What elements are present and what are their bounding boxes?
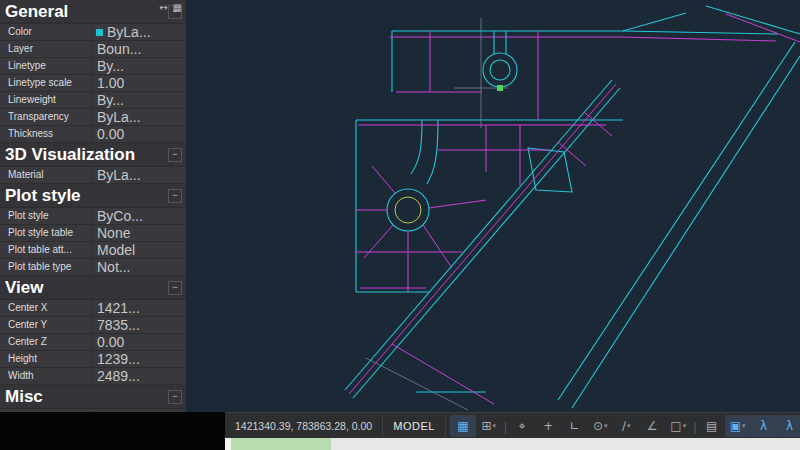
property-row-color[interactable]: ColorByLa... [0,24,186,41]
property-row-plot-style-table[interactable]: Plot style tableNone [0,225,186,242]
property-value[interactable]: 0.00 [93,126,124,142]
palette-section-header-3d-visualization[interactable]: 3D Visualization− [0,143,186,167]
property-row-thickness[interactable]: Thickness0.00 [0,126,186,143]
property-row-center-z[interactable]: Center Z0.00 [0,334,186,351]
property-row-linetype[interactable]: LinetypeBy... [0,58,186,75]
property-label: Height [0,351,92,367]
property-value-cell: 1239... [92,351,186,367]
property-value-cell: Model [92,242,186,258]
dropdown-caret-icon[interactable]: ▾ [493,422,497,430]
ortho-mode-toggle[interactable]: ∟ [561,415,587,437]
palette-dock-icon[interactable]: ↔ [159,3,167,13]
model-space-button[interactable]: MODEL [382,415,446,437]
infer-constraints-icon: ⌖ [519,419,526,433]
property-row-center-x[interactable]: Center X1421... [0,300,186,317]
annotation-visibility-icon: λ [760,419,767,433]
property-value[interactable]: ByLa... [103,24,151,40]
selection-cycling-toggle[interactable]: ▣▾ [725,415,751,437]
palette-section-title: Misc [0,385,168,408]
property-label: Center Z [0,334,92,350]
collapse-icon[interactable]: − [168,390,182,404]
statusbar-separator: | [504,419,507,434]
property-row-center-y[interactable]: Center Y7835... [0,317,186,334]
sliver-green [231,438,331,450]
property-value-cell: Not... [92,259,186,275]
palette-section-header-general[interactable]: General− [0,0,186,24]
palette-section-header-view[interactable]: View− [0,276,186,300]
property-label: Lineweight [0,92,92,108]
property-value-cell: 0.00 [92,126,186,142]
lineweight-display-toggle[interactable]: ▤ [699,415,725,437]
property-row-plot-style[interactable]: Plot styleByCo... [0,208,186,225]
dropdown-caret-icon[interactable]: ▾ [627,422,631,430]
property-row-plot-table-type[interactable]: Plot table typeNot... [0,259,186,276]
property-row-linetype-scale[interactable]: Linetype scale1.00 [0,75,186,92]
property-value[interactable]: 7835... [93,317,140,333]
palette-section-title: View [0,276,168,299]
property-value-cell: ByLa... [92,24,186,40]
palette-section-header-plot-style[interactable]: Plot style− [0,184,186,208]
object-snap-toggle[interactable]: □▾ [665,415,691,437]
property-value-cell: By... [92,58,186,74]
property-value[interactable]: ByLa... [93,109,141,125]
property-value[interactable]: 0.00 [93,334,124,350]
property-label: Thickness [0,126,92,142]
property-value[interactable]: By... [93,58,124,74]
property-value-cell: 2489... [92,368,186,384]
annotation-visibility-toggle[interactable]: λ [751,415,777,437]
status-toggles: ▦⊞▾|⌖+∟⊙▾∕▾∠□▾|▤▣▾λλ⚙ [450,415,800,437]
property-value[interactable]: 2489... [93,368,140,384]
culdesac-inner-ring [395,197,421,223]
dynamic-input-toggle[interactable]: + [535,415,561,437]
property-value[interactable]: ByLa... [93,167,141,183]
property-value[interactable]: ByCo... [93,208,143,224]
property-label: Center Y [0,317,92,333]
property-value-cell: By... [92,92,186,108]
property-row-height[interactable]: Height1239... [0,351,186,368]
isometric-drafting-icon: ∕ [622,419,626,433]
dropdown-caret-icon[interactable]: ▾ [683,422,687,430]
property-row-material[interactable]: MaterialByLa... [0,167,186,184]
property-value-cell: 1.00 [92,75,186,91]
property-value[interactable]: Boun... [93,41,141,57]
drawing-canvas[interactable] [186,0,800,412]
palette-section-header-misc[interactable]: Misc− [0,385,186,409]
property-value[interactable]: Not... [93,259,130,275]
property-value[interactable]: Model [93,242,135,258]
annotation-autoscale-toggle[interactable]: λ [777,415,800,437]
property-row-width[interactable]: Width2489... [0,368,186,385]
property-row-plot-table-att[interactable]: Plot table att...Model [0,242,186,259]
collapse-icon[interactable]: − [168,281,182,295]
annotation-autoscale-icon: λ [786,419,793,433]
selection-cycling-icon: ▣ [730,419,741,433]
property-value-cell: ByLa... [92,109,186,125]
collapse-icon[interactable]: − [168,148,182,162]
polar-tracking-toggle[interactable]: ⊙▾ [587,415,613,437]
isometric-drafting-toggle[interactable]: ∕▾ [613,415,639,437]
properties-palette: ↔▦ General−ColorByLa...LayerBoun...Linet… [0,0,187,412]
infer-constraints-toggle[interactable]: ⌖ [509,415,535,437]
dropdown-caret-icon[interactable]: ▾ [742,422,746,430]
property-value[interactable]: 1239... [93,351,140,367]
property-value[interactable]: 1421... [93,300,140,316]
object-snap-tracking-toggle[interactable]: ∠ [639,415,665,437]
property-value[interactable]: By... [93,92,124,108]
grid-toggle[interactable]: ▦ [450,415,476,437]
property-label: Plot style [0,208,92,224]
property-row-lineweight[interactable]: LineweightBy... [0,92,186,109]
property-value-cell: Boun... [92,41,186,57]
dropdown-caret-icon[interactable]: ▾ [604,422,608,430]
property-value[interactable]: 1.00 [93,75,124,91]
palette-grid-icon[interactable]: ▦ [173,3,182,13]
coordinates-display[interactable]: 1421340.39, 783863.28, 0.00 [235,420,372,432]
property-value[interactable]: None [93,225,130,241]
palette-section-title: 3D Visualization [0,143,168,166]
collapse-icon[interactable]: − [168,189,182,203]
property-label: Width [0,368,92,384]
boundary-road-lines [345,6,800,408]
property-row-transparency[interactable]: TransparencyByLa... [0,109,186,126]
property-row-layer[interactable]: LayerBoun... [0,41,186,58]
grip-point[interactable] [497,85,503,91]
snap-mode-toggle[interactable]: ⊞▾ [476,415,502,437]
dynamic-input-icon: + [543,419,553,433]
